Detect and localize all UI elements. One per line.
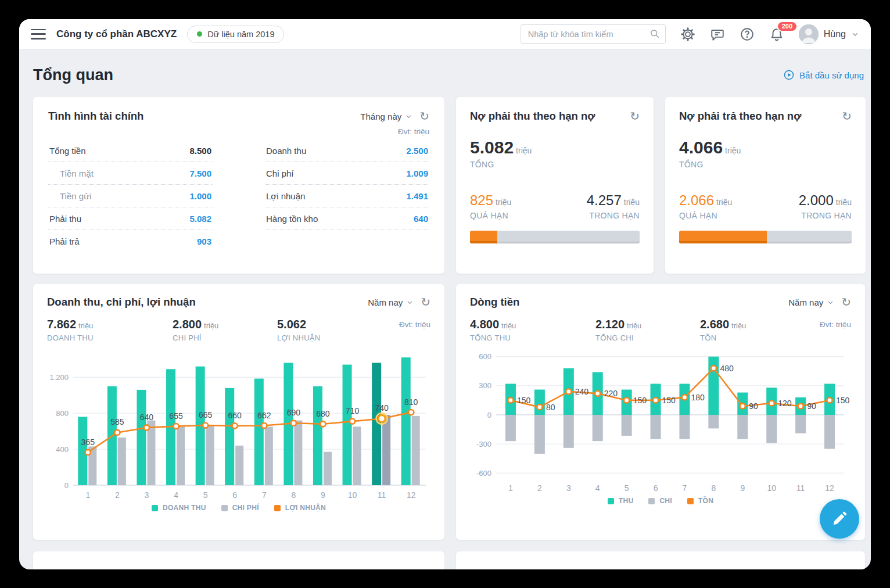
revenue-chart[interactable]: 04008001.2003655856406556656606626906807… xyxy=(47,345,430,503)
refresh-icon[interactable]: ↻ xyxy=(419,110,429,122)
legend-item[interactable]: LỢI NHUẬN xyxy=(274,504,326,512)
legend-swatch xyxy=(608,498,614,504)
svg-text:150: 150 xyxy=(633,396,647,405)
svg-text:-600: -600 xyxy=(476,469,491,478)
svg-text:365: 365 xyxy=(81,438,95,447)
svg-text:810: 810 xyxy=(404,397,418,407)
partial-card xyxy=(456,551,865,569)
svg-text:6: 6 xyxy=(232,490,237,500)
help-icon[interactable] xyxy=(740,27,755,42)
dataset-year-pill[interactable]: Dữ liệu năm 2019 xyxy=(187,26,284,43)
svg-text:5: 5 xyxy=(203,490,208,500)
overdue-block: 2.066triệu QUÁ HẠN xyxy=(679,192,732,220)
edit-fab-button[interactable] xyxy=(820,499,859,539)
user-name: Hùng xyxy=(824,29,846,40)
period-dropdown[interactable]: Năm nay xyxy=(788,297,834,307)
legend-label: THU xyxy=(619,497,634,505)
cards-row-1: Tình hình tài chính Tháng này ↻ Đvt: tri xyxy=(33,97,866,274)
dataset-year-label: Dữ liệu năm 2019 xyxy=(207,30,274,39)
refresh-icon[interactable]: ↻ xyxy=(841,296,851,308)
refresh-icon[interactable]: ↻ xyxy=(421,296,430,308)
stat-block: 2.680triệuTỒN xyxy=(700,318,746,342)
svg-text:710: 710 xyxy=(346,406,360,415)
legend-item[interactable]: THU xyxy=(608,497,634,505)
finance-row-value[interactable]: 1.009 xyxy=(406,168,428,178)
finance-row-value[interactable]: 1.000 xyxy=(189,191,211,201)
svg-text:1: 1 xyxy=(85,490,90,500)
svg-text:9: 9 xyxy=(321,490,325,500)
finance-row-value[interactable]: 1.491 xyxy=(406,191,428,201)
cashflow-legend: THUCHITỒN xyxy=(470,497,851,505)
finance-row-value[interactable]: 903 xyxy=(197,236,211,246)
card-title: Nợ phải trả theo hạn nợ xyxy=(679,110,801,123)
overdue-block: 825triệu QUÁ HẠN xyxy=(470,192,511,220)
svg-text:665: 665 xyxy=(199,410,213,420)
menu-icon[interactable] xyxy=(31,28,46,40)
svg-text:640: 640 xyxy=(140,413,154,422)
avatar[interactable] xyxy=(799,24,819,44)
finance-row-value[interactable]: 5.082 xyxy=(189,214,211,224)
search-input[interactable] xyxy=(521,24,666,44)
legend-item[interactable]: DOANH THU xyxy=(152,504,206,512)
legend-item[interactable]: TỒN xyxy=(687,497,713,505)
svg-text:680: 680 xyxy=(316,409,330,418)
svg-text:90: 90 xyxy=(807,401,816,411)
cashflow-chart[interactable]: -600-30003006001508024022015015018048090… xyxy=(470,345,851,496)
search-icon[interactable] xyxy=(649,28,661,40)
period-dropdown[interactable]: Tháng này xyxy=(360,112,412,121)
pencil-icon xyxy=(831,510,848,528)
topbar-left: Công ty cổ phần ABCXYZ Dữ liệu năm 2019 xyxy=(31,26,284,43)
notification-badge: 200 xyxy=(777,21,798,32)
finance-row-value[interactable]: 2.500 xyxy=(406,146,428,156)
finance-row-label: Tiền mặt xyxy=(49,168,94,178)
legend-item[interactable]: CHI xyxy=(648,497,672,505)
total-label: TỔNG xyxy=(470,160,640,169)
card-title: Doanh thu, chi phí, lợi nhuận xyxy=(47,296,196,309)
svg-text:90: 90 xyxy=(749,401,758,411)
finance-row-value[interactable]: 640 xyxy=(414,214,428,224)
app-window: Công ty cổ phần ABCXYZ Dữ liệu năm 2019 xyxy=(19,19,871,569)
finance-column-left: Tổng tiền8.500Tiền mặt7.500Tiền gửi1.000… xyxy=(48,139,213,252)
svg-text:4: 4 xyxy=(174,490,178,500)
total-label: TỔNG xyxy=(679,160,852,169)
finance-row: Tổng tiền8.500 xyxy=(48,139,213,162)
refresh-icon[interactable]: ↻ xyxy=(630,110,640,122)
svg-text:0: 0 xyxy=(487,411,491,420)
revenue-chart-card: Doanh thu, chi phí, lợi nhuận Năm nay ↻ xyxy=(33,284,444,540)
cards-row-2: Doanh thu, chi phí, lợi nhuận Năm nay ↻ xyxy=(33,284,866,540)
period-dropdown[interactable]: Năm nay xyxy=(368,297,414,307)
svg-text:660: 660 xyxy=(228,411,242,420)
chevron-down-icon xyxy=(851,30,859,38)
refresh-icon[interactable]: ↻ xyxy=(842,110,852,122)
legend-label: DOANH THU xyxy=(163,504,206,512)
start-guide-link[interactable]: Bắt đầu sử dụng xyxy=(783,69,864,81)
chevron-down-icon xyxy=(405,113,412,120)
chat-icon[interactable] xyxy=(710,27,725,42)
finance-row-label: Chi phí xyxy=(266,168,294,178)
overdue-progress-bar xyxy=(470,231,640,243)
period-label: Năm nay xyxy=(368,297,403,307)
svg-text:240: 240 xyxy=(575,387,589,396)
topbar: Công ty cổ phần ABCXYZ Dữ liệu năm 2019 xyxy=(19,19,871,49)
stat-block: 2.800triệuCHI PHÍ xyxy=(173,318,277,342)
legend-item[interactable]: CHI PHÍ xyxy=(221,504,259,512)
play-circle-icon xyxy=(783,69,795,81)
partial-card xyxy=(33,551,444,569)
stat-block: 2.120triệuTỔNG CHI xyxy=(595,318,700,342)
svg-text:1.200: 1.200 xyxy=(49,373,69,382)
search-box xyxy=(521,24,666,44)
start-guide-label: Bắt đầu sử dụng xyxy=(799,70,864,80)
total-value: 5.082triệu xyxy=(470,138,640,157)
unit-note: Đvt: triệu xyxy=(399,318,430,329)
finance-row: Phải trả903 xyxy=(48,230,213,252)
finance-row: Phải thu5.082 xyxy=(48,207,213,230)
user-menu[interactable]: Hùng xyxy=(799,24,859,44)
finance-row-value[interactable]: 7.500 xyxy=(189,168,211,178)
legend-swatch xyxy=(152,505,158,511)
svg-text:220: 220 xyxy=(604,389,618,398)
finance-row-value: 8.500 xyxy=(189,146,211,156)
legend-label: CHI PHÍ xyxy=(232,504,259,512)
finance-overview-card: Tình hình tài chính Tháng này ↻ Đvt: tri xyxy=(33,97,444,274)
svg-text:7: 7 xyxy=(262,490,267,500)
settings-gear-icon[interactable] xyxy=(680,27,695,42)
